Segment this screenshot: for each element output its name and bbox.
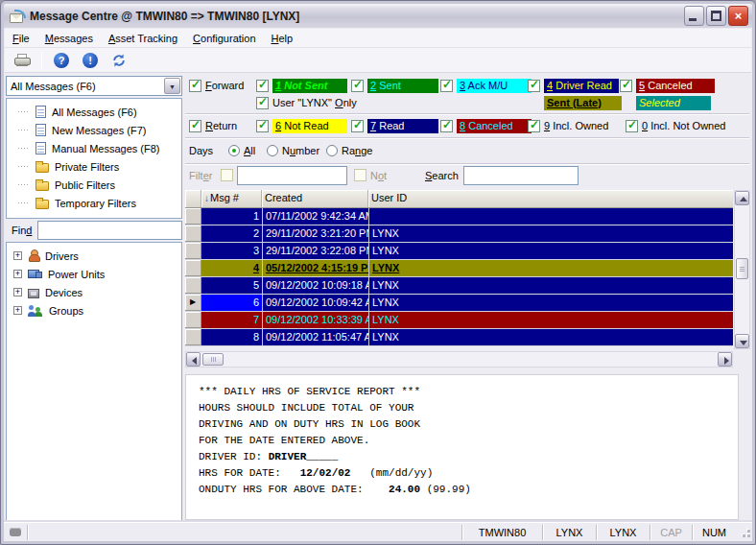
header-gutter [185,190,201,207]
row-selector-arrow[interactable]: ▶ [185,295,201,311]
scroll-left-button[interactable] [186,352,201,367]
row-selector[interactable] [185,243,201,259]
tree-item-drivers[interactable]: +Drivers [7,247,181,265]
sent-checkbox[interactable]: ✓ [351,80,364,92]
radio-number[interactable] [267,145,278,156]
scrollbar-thumb[interactable] [736,258,748,279]
message-line: FOR THE DATE ENTERED ABOVE. [199,435,738,451]
menu-help[interactable]: Help [264,30,301,47]
expand-icon[interactable]: + [13,306,22,315]
about-button[interactable]: ! [79,50,102,71]
radio-range[interactable] [326,145,338,156]
driver-read-filter: ✓ 4 Driver Read [528,78,619,93]
check-icon: ✓ [353,78,363,91]
table-row[interactable]: 5 09/12/2002 10:09:18 AM LYNX [185,277,733,295]
cell-userid: LYNX [368,329,733,345]
incl-not-owned-checkbox[interactable]: ✓ [626,120,638,132]
read-checkbox[interactable]: ✓ [351,120,364,132]
chevron-down-icon[interactable]: ▼ [164,78,180,94]
driver-read-checkbox[interactable]: ✓ [528,80,540,92]
table-row-selected[interactable]: 4 05/12/2002 4:15:19 PM LYNX [185,260,733,277]
expand-icon[interactable]: + [13,251,22,260]
message-preview[interactable]: *** DAILY HRS OF SERVICE REPORT *** HOUR… [185,374,739,520]
column-header-created[interactable]: Created [262,190,368,207]
tree-item-manual-messages[interactable]: Manual Messages (F8) [7,139,181,157]
tree-item-new-messages[interactable]: New Messages (F7) [7,121,181,139]
app-window: Message Centre @ TMWIN80 => TMWIN80 [LYN… [0,0,756,545]
menu-asset-tracking[interactable]: Asset Tracking [101,30,185,47]
tree-item-temporary-filters[interactable]: Temporary Filters [7,194,181,212]
table-row[interactable]: 1 07/11/2002 9:42:34 AM [185,208,733,225]
tree-item-groups[interactable]: +Groups [7,301,181,320]
user-only-checkbox[interactable]: ✓ [256,97,269,109]
cell-created: 09/12/2002 10:33:39 AM [262,312,368,328]
status-panel-host: TMWIN80 [461,525,542,540]
resize-grip[interactable] [738,525,752,539]
check-icon: ✓ [627,118,637,131]
tree-item-private-filters[interactable]: Private Filters [7,157,181,176]
refresh-button[interactable] [107,50,130,71]
check-icon: ✓ [258,95,268,108]
menu-configuration[interactable]: Configuration [185,30,263,47]
check-icon: ✓ [622,78,631,91]
print-button[interactable] [11,50,34,71]
row-selector[interactable] [185,312,201,328]
canceled-checkbox[interactable]: ✓ [620,80,632,92]
close-button[interactable]: × [728,6,748,26]
return-checkbox[interactable]: ✓ [189,120,201,132]
table-row[interactable]: 3 29/11/2002 3:22:08 PM LYNX [185,243,733,260]
table-row[interactable]: 7 09/12/2002 10:33:39 AM LYNX [185,312,733,329]
minimize-button[interactable] [684,6,704,26]
incl-owned-checkbox[interactable]: ✓ [528,120,540,132]
table-row[interactable]: 8 09/12/2002 11:05:47 AM LYNX [185,329,733,346]
message-line: ONDUTY HRS FOR ABOVE DATE: 24.00 (99.99) [199,484,738,500]
tree-item-public-filters[interactable]: Public Filters [7,176,181,194]
column-header-msg[interactable]: ↓Msg # [201,190,262,207]
titlebar[interactable]: Message Centre @ TMWIN80 => TMWIN80 [LYN… [4,4,752,28]
menu-file[interactable]: File [5,30,37,47]
search-input[interactable] [463,166,579,185]
row-selector[interactable] [185,208,201,225]
column-header-userid[interactable]: User ID [368,190,733,207]
section-divider [185,163,749,165]
filter-dropdown[interactable]: All Messages (F6) ▼ [6,76,182,96]
scroll-right-button[interactable] [718,352,732,367]
canceled2-checkbox[interactable]: ✓ [440,120,453,132]
vertical-scrollbar[interactable] [734,190,750,349]
status-grip-icon [10,528,21,536]
menu-messages[interactable]: Messages [37,30,101,47]
row-selector[interactable] [185,260,201,276]
table-row[interactable]: 2 29/11/2002 3:21:20 PM LYNX [185,225,733,243]
tree-item-all-messages[interactable]: All Messages (F6) [7,103,181,121]
refresh-icon [111,53,127,68]
not-checkbox[interactable]: ✓ [354,169,366,181]
device-icon [28,289,39,298]
horizontal-scrollbar[interactable] [185,351,733,367]
not-read-checkbox[interactable]: ✓ [256,120,269,132]
scroll-up-button[interactable] [735,191,749,205]
cell-created: 09/12/2002 10:09:18 AM [262,277,368,294]
filter-checkbox[interactable]: ✓ [221,169,233,181]
forward-checkbox[interactable]: ✓ [189,80,201,92]
expand-icon[interactable]: + [13,270,22,278]
scroll-down-button[interactable] [735,334,749,348]
not-sent-checkbox[interactable]: ✓ [256,80,269,92]
maximize-button[interactable] [706,6,726,26]
filter-input[interactable] [237,166,347,185]
scrollbar-thumb[interactable] [202,353,224,366]
table-row-current[interactable]: ▶ 6 09/12/2002 10:09:42 AM LYNX [185,295,733,312]
find-input[interactable] [37,221,182,240]
radio-all[interactable] [228,145,240,156]
tree-item-devices[interactable]: +Devices [7,283,181,301]
toolbar: ? ! [5,48,751,73]
row-selector[interactable] [185,329,201,345]
section-divider [185,113,749,115]
row-selector[interactable] [185,225,201,242]
ack-checkbox[interactable]: ✓ [440,80,453,92]
expand-icon[interactable]: + [13,288,22,296]
help-button[interactable]: ? [50,50,73,71]
tree-item-power-units[interactable]: +Power Units [7,265,181,283]
row-selector[interactable] [185,277,201,294]
driver-icon [28,249,39,262]
incl-owned-filter: ✓ 9 Incl. Owned [528,118,608,133]
